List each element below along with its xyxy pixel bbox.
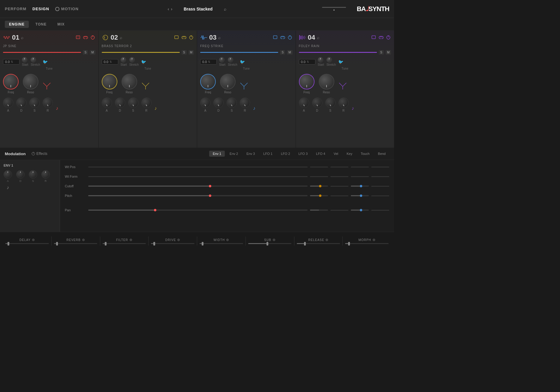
mod-tab-lfo4[interactable]: LFO 4 xyxy=(312,151,329,157)
panel-1-search-icon[interactable]: ⌕ xyxy=(21,35,23,40)
panel-4-clip-icon[interactable] xyxy=(371,35,377,40)
pitch-slider-5[interactable] xyxy=(371,195,389,196)
wtpos-slider-2[interactable] xyxy=(310,167,328,167)
wtform-slider-2[interactable] xyxy=(310,176,328,177)
width-add-icon[interactable]: ⊕ xyxy=(226,238,229,242)
panel-2-s-knob[interactable] xyxy=(128,98,138,108)
panel-4-reso-knob[interactable] xyxy=(319,74,334,89)
volume-slider[interactable] xyxy=(322,7,346,8)
panel-2-m-button[interactable]: M xyxy=(188,50,194,55)
wtpos-slider-4[interactable] xyxy=(351,167,369,167)
sub-slider[interactable] xyxy=(248,243,292,244)
panel-1-a-knob[interactable] xyxy=(3,98,13,108)
panel-4-freq-knob[interactable] xyxy=(299,74,315,89)
panel-2-freq-knob[interactable] xyxy=(102,74,117,89)
panel-3-a-knob[interactable] xyxy=(200,98,210,108)
filter-slider[interactable] xyxy=(103,243,146,244)
morph-slider[interactable] xyxy=(345,243,389,244)
panel-2-tune-box[interactable]: 0.0 ⇅ xyxy=(102,59,118,65)
mod-tab-env3[interactable]: Env 3 xyxy=(243,151,258,157)
panel-2-d-knob[interactable] xyxy=(115,98,125,108)
panel-4-s-button[interactable]: S xyxy=(379,50,384,55)
morph-add-icon[interactable]: ⊕ xyxy=(372,238,375,242)
cutoff-slider-1[interactable] xyxy=(88,185,308,187)
panel-4-m-button[interactable]: M xyxy=(386,50,391,55)
mod-tab-touch[interactable]: Touch xyxy=(357,151,373,157)
panel-1-r-knob[interactable] xyxy=(43,98,53,108)
cutoff-slider-2[interactable] xyxy=(310,185,328,187)
pitch-slider-3[interactable] xyxy=(330,195,348,196)
panel-1-start-knob[interactable] xyxy=(22,57,27,62)
panel-2-stretch-knob[interactable] xyxy=(129,57,135,62)
panel-3-freq-knob[interactable] xyxy=(200,74,216,89)
panel-2-power-icon[interactable] xyxy=(188,35,194,40)
panel-1-s-knob[interactable] xyxy=(29,98,40,108)
panel-1-m-button[interactable]: M xyxy=(90,50,95,55)
pan-slider-3[interactable] xyxy=(330,210,348,211)
panel-1-freq-knob[interactable] xyxy=(3,74,19,89)
pitch-slider-2[interactable] xyxy=(310,195,328,196)
panel-3-r-knob[interactable] xyxy=(240,98,250,108)
panel-3-stretch-knob[interactable] xyxy=(228,57,233,62)
panel-4-r-knob[interactable] xyxy=(339,98,349,108)
pan-slider-1[interactable] xyxy=(88,210,308,211)
panel-1-power-icon[interactable] xyxy=(90,35,95,40)
mod-tab-lfo3[interactable]: LFO 3 xyxy=(295,151,312,157)
engine-tab[interactable]: ENGINE xyxy=(5,21,29,28)
panel-3-m-button[interactable]: M xyxy=(287,50,292,55)
panel-4-tune-box[interactable]: 0.0 ⇅ xyxy=(299,59,315,65)
panel-2-s-button[interactable]: S xyxy=(182,50,187,55)
panel-1-s-button[interactable]: S xyxy=(83,50,88,55)
wtpos-slider-5[interactable] xyxy=(371,167,389,167)
preset-prev-button[interactable]: ‹ xyxy=(168,7,169,11)
panel-2-reso-knob[interactable] xyxy=(122,74,137,89)
cutoff-slider-3[interactable] xyxy=(330,186,348,187)
panel-2-a-knob[interactable] xyxy=(102,98,112,108)
panel-3-search-icon[interactable]: ⌕ xyxy=(218,35,221,40)
panel-2-link-icon[interactable] xyxy=(181,35,187,40)
release-add-icon[interactable]: ⊕ xyxy=(325,238,328,242)
drive-add-icon[interactable]: ⊕ xyxy=(177,238,180,242)
panel-2-clip-icon[interactable] xyxy=(174,35,179,40)
tone-tab[interactable]: TONE xyxy=(31,21,51,28)
release-slider[interactable] xyxy=(297,243,340,244)
panel-2-start-knob[interactable] xyxy=(121,57,126,62)
mod-tab-env2[interactable]: Env 2 xyxy=(226,151,242,157)
panel-4-stretch-knob[interactable] xyxy=(327,57,332,62)
mod-tab-lfo2[interactable]: LFO 2 xyxy=(277,151,294,157)
preset-next-button[interactable]: › xyxy=(171,7,173,11)
panel-3-clip-icon[interactable] xyxy=(273,35,278,40)
drive-slider[interactable] xyxy=(151,243,194,244)
effects-button[interactable]: Effects xyxy=(32,152,47,156)
env-r-knob[interactable] xyxy=(41,170,50,179)
panel-2-r-knob[interactable] xyxy=(141,98,152,108)
cutoff-slider-4[interactable] xyxy=(351,185,369,187)
env-s-knob[interactable] xyxy=(29,170,37,179)
panel-4-a-knob[interactable] xyxy=(299,98,309,108)
panel-1-reso-knob[interactable] xyxy=(23,74,38,89)
panel-2-search-icon[interactable]: ⌕ xyxy=(120,35,122,40)
pan-slider-4[interactable] xyxy=(351,210,369,211)
pan-slider-5[interactable] xyxy=(371,210,389,211)
panel-3-s-button[interactable]: S xyxy=(280,50,285,55)
panel-4-s-knob[interactable] xyxy=(325,98,336,108)
panel-3-power-icon[interactable] xyxy=(287,35,293,40)
panel-4-link-icon[interactable] xyxy=(378,35,384,40)
wtform-slider-4[interactable] xyxy=(351,176,369,177)
width-slider[interactable] xyxy=(200,243,243,244)
mod-tab-env1[interactable]: Env 1 xyxy=(209,151,225,157)
panel-4-power-icon[interactable] xyxy=(386,35,391,40)
panel-3-link-icon[interactable] xyxy=(280,35,285,40)
panel-1-stretch-knob[interactable] xyxy=(31,57,36,62)
env-d-knob[interactable] xyxy=(16,170,25,179)
panel-1-link-icon[interactable] xyxy=(83,35,88,40)
wtpos-slider[interactable] xyxy=(88,167,308,167)
wtform-slider-3[interactable] xyxy=(330,176,348,177)
pan-slider-2[interactable] xyxy=(310,210,328,211)
mod-tab-lfo1[interactable]: LFO 1 xyxy=(260,151,276,157)
panel-4-search-icon[interactable]: ⌕ xyxy=(317,35,319,40)
wtform-slider-5[interactable] xyxy=(371,176,389,177)
panel-3-reso-knob[interactable] xyxy=(220,74,236,89)
panel-3-d-knob[interactable] xyxy=(213,98,224,108)
perform-tab[interactable]: PERFORM xyxy=(5,7,26,11)
